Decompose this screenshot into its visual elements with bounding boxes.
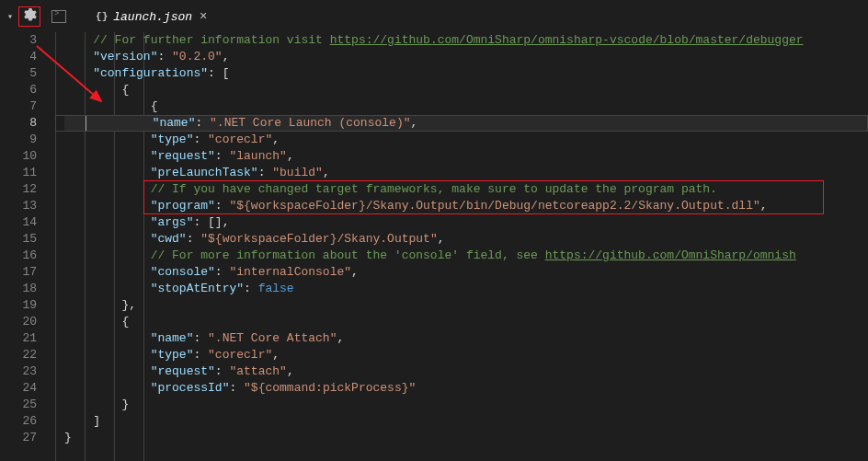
code-line[interactable]: // For further information visit https:/… <box>64 32 868 49</box>
json-value: [] <box>208 215 223 229</box>
code-line[interactable]: ] <box>64 413 868 430</box>
code-line[interactable]: "processId": "${command:pickProcess}" <box>64 380 868 397</box>
close-icon[interactable]: × <box>200 9 207 24</box>
json-string: "${workspaceFolder}/Skany.Output" <box>200 232 437 246</box>
top-toolbar: ▾ {} launch.json × <box>0 0 868 32</box>
json-string: "coreclr" <box>208 348 272 362</box>
json-key: "stopAtEntry" <box>151 282 244 295</box>
line-number: 27 <box>0 430 37 446</box>
json-string: "attach" <box>229 364 286 378</box>
json-key: "console" <box>151 265 215 279</box>
code-line[interactable]: { <box>64 314 868 330</box>
settings-gear-button[interactable] <box>18 6 40 27</box>
url-link[interactable]: https://github.com/OmniSharp/omnisharp-v… <box>330 33 804 47</box>
json-string: "launch" <box>229 149 286 163</box>
line-number: 14 <box>0 214 37 231</box>
line-number: 18 <box>0 281 37 297</box>
code-editor[interactable]: 3 4 5 6 7 8 9 10 11 12 13 14 15 16 17 18… <box>0 32 868 461</box>
line-number: 15 <box>0 231 37 248</box>
line-number: 4 <box>0 49 37 65</box>
code-line[interactable]: "cwd": "${workspaceFolder}/Skany.Output"… <box>64 231 868 248</box>
json-string: "${command:pickProcess}" <box>244 381 416 395</box>
tab-launch-json[interactable]: {} launch.json × <box>85 0 218 32</box>
json-string: "${workspaceFolder}/Skany.Output/bin/Deb… <box>229 199 760 213</box>
code-line[interactable]: "program": "${workspaceFolder}/Skany.Out… <box>64 198 868 214</box>
code-line[interactable]: "request": "attach", <box>64 363 868 380</box>
json-string: "internalConsole" <box>229 265 351 279</box>
line-number: 6 <box>0 82 37 98</box>
line-number: 19 <box>0 297 37 314</box>
code-line[interactable]: } <box>64 430 868 446</box>
line-number: 13 <box>0 198 37 214</box>
line-number: 16 <box>0 248 37 264</box>
json-string: ".NET Core Launch (console)" <box>210 116 410 130</box>
line-number: 3 <box>0 32 37 49</box>
json-string: "coreclr" <box>208 133 272 146</box>
line-number: 17 <box>0 264 37 281</box>
comment-text: // If you have changed target frameworks… <box>151 182 717 196</box>
code-line[interactable]: // For more information about the 'conso… <box>64 248 868 264</box>
line-number: 25 <box>0 397 37 413</box>
cursor <box>86 116 86 131</box>
json-key: "configurations" <box>93 66 208 80</box>
json-string: "0.2.0" <box>172 50 223 63</box>
line-number: 5 <box>0 65 37 82</box>
line-number: 22 <box>0 347 37 363</box>
line-number: 11 <box>0 165 37 181</box>
line-number: 8 <box>0 115 37 132</box>
json-key: "preLaunchTask" <box>151 166 258 179</box>
tab-bar: {} launch.json × <box>85 0 218 32</box>
json-keyword: false <box>258 282 294 295</box>
code-line[interactable]: "configurations": [ <box>64 65 868 82</box>
json-key: "processId" <box>151 381 230 395</box>
code-line[interactable]: "type": "coreclr", <box>64 132 868 148</box>
json-key: "program" <box>151 199 215 213</box>
code-line[interactable]: "preLaunchTask": "build", <box>64 165 868 181</box>
line-number: 7 <box>0 98 37 115</box>
code-line[interactable]: "request": "launch", <box>64 148 868 165</box>
json-key: "cwd" <box>151 232 187 246</box>
code-line[interactable]: "name": ".NET Core Attach", <box>64 330 868 347</box>
code-line[interactable]: // If you have changed target frameworks… <box>64 181 868 198</box>
line-number: 9 <box>0 132 37 148</box>
line-number: 21 <box>0 330 37 347</box>
json-key: "version" <box>93 50 157 63</box>
code-line[interactable]: { <box>64 98 868 115</box>
code-line[interactable]: "args": [], <box>64 214 868 231</box>
comment-text: // For further information visit <box>93 33 329 47</box>
url-link[interactable]: https://github.com/OmniSharp/omnish <box>545 248 796 262</box>
json-key: "type" <box>151 348 194 362</box>
line-number: 26 <box>0 413 37 430</box>
dropdown-triangle-icon[interactable]: ▾ <box>7 11 13 22</box>
json-string: ".NET Core Attach" <box>208 331 337 345</box>
code-area[interactable]: // For further information visit https:/… <box>55 32 868 461</box>
code-line[interactable]: }, <box>64 297 868 314</box>
json-string: "build" <box>272 166 323 179</box>
line-number: 20 <box>0 314 37 330</box>
code-line[interactable]: { <box>64 82 868 98</box>
debug-controls: ▾ <box>0 0 66 32</box>
json-key: "type" <box>151 133 194 146</box>
json-key: "args" <box>151 215 194 229</box>
terminal-icon[interactable] <box>51 10 66 23</box>
code-line-active[interactable]: "name": ".NET Core Launch (console)", <box>64 115 868 132</box>
code-line[interactable]: "console": "internalConsole", <box>64 264 868 281</box>
json-key: "request" <box>151 149 215 163</box>
code-line[interactable]: "type": "coreclr", <box>64 347 868 363</box>
gear-icon <box>22 7 37 26</box>
json-key: "request" <box>151 364 215 378</box>
line-number: 10 <box>0 148 37 165</box>
code-line[interactable]: "version": "0.2.0", <box>64 49 868 65</box>
code-line[interactable]: "stopAtEntry": false <box>64 281 868 297</box>
json-key: "name" <box>153 116 196 130</box>
json-file-icon: {} <box>96 11 108 22</box>
line-gutter: 3 4 5 6 7 8 9 10 11 12 13 14 15 16 17 18… <box>0 32 55 461</box>
line-number: 12 <box>0 181 37 198</box>
code-line[interactable]: } <box>64 397 868 413</box>
comment-text: // For more information about the 'conso… <box>151 248 545 262</box>
line-number: 23 <box>0 363 37 380</box>
json-key: "name" <box>151 331 194 345</box>
line-number: 24 <box>0 380 37 397</box>
tab-label: launch.json <box>113 10 192 24</box>
